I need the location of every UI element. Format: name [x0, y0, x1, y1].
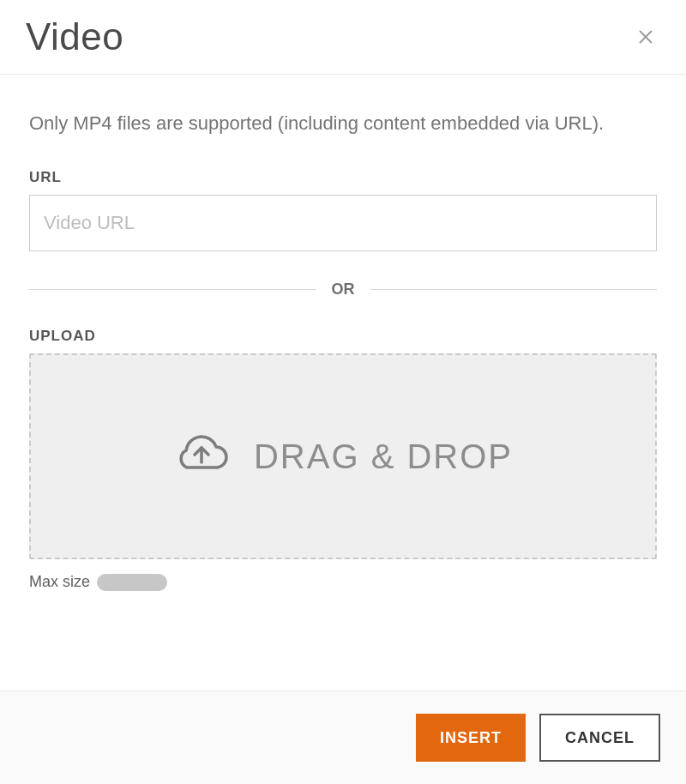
format-description: Only MP4 files are supported (including … — [29, 109, 657, 138]
close-icon — [636, 27, 655, 46]
video-modal: Video Only MP4 files are supported (incl… — [0, 0, 686, 784]
upload-dropzone[interactable]: DRAG & DROP — [29, 353, 657, 559]
max-size-label: Max size — [29, 573, 90, 591]
separator-line-left — [29, 289, 316, 290]
modal-footer: INSERT CANCEL — [0, 691, 686, 784]
separator-label: OR — [316, 280, 370, 299]
max-size-row: Max size — [29, 573, 657, 591]
url-section: URL — [29, 169, 657, 251]
or-separator: OR — [29, 280, 657, 299]
max-size-value-redacted — [97, 574, 167, 591]
video-url-input[interactable] — [29, 195, 657, 251]
upload-section: UPLOAD DRAG & DROP Max size — [29, 328, 657, 591]
insert-button[interactable]: INSERT — [416, 714, 526, 762]
modal-body: Only MP4 files are supported (including … — [0, 75, 686, 691]
modal-title: Video — [26, 15, 123, 58]
dropzone-text: DRAG & DROP — [254, 437, 513, 476]
cloud-upload-icon — [173, 433, 230, 479]
upload-label: UPLOAD — [29, 328, 657, 345]
modal-header: Video — [0, 0, 686, 75]
cancel-button[interactable]: CANCEL — [539, 714, 660, 762]
separator-line-right — [370, 289, 658, 290]
close-button[interactable] — [631, 22, 660, 51]
url-label: URL — [29, 169, 657, 186]
